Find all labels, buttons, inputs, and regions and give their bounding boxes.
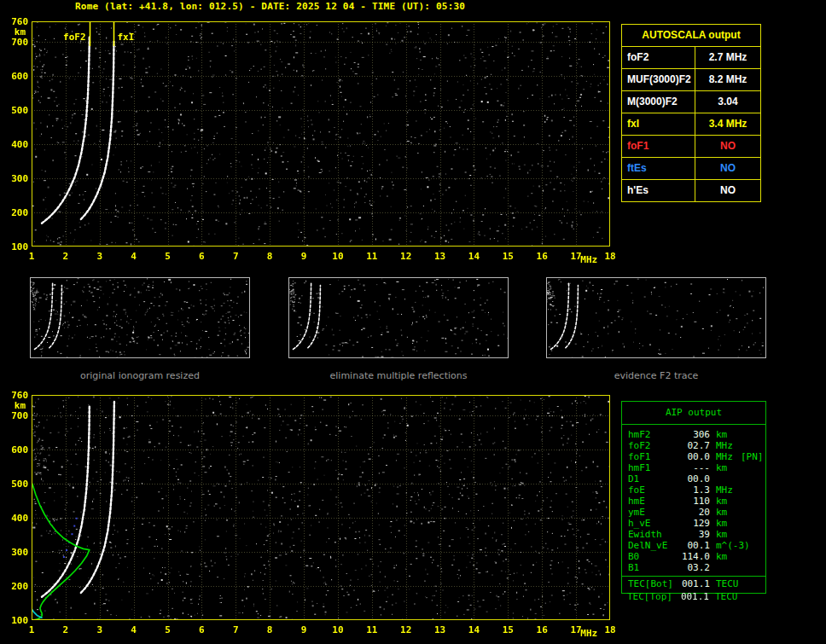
autoscala-row-ftes: ftEsNO [622, 158, 760, 180]
aip-row-b1: B103.2 [622, 562, 765, 573]
aip-row-d1: D100.0 [622, 473, 765, 484]
parameter-name: M(3000)F2 [622, 91, 695, 113]
parameter-name: foF1 [628, 451, 679, 462]
parameter-unit: TECU [715, 591, 738, 602]
parameter-name: h'Es [622, 180, 695, 201]
parameter-name: ftEs [622, 158, 695, 179]
page-title: Rome (lat: +41.8, lon: 012.5) - DATE: 20… [75, 1, 465, 12]
parameter-value: 39 [679, 529, 710, 540]
parameter-name: foF1 [622, 136, 695, 157]
parameter-value: 00.0 [679, 451, 710, 462]
main-ionogram-plot [0, 14, 623, 274]
parameter-name: TEC[Bot] [628, 578, 679, 589]
parameter-name: ymE [628, 507, 679, 518]
parameter-value: 20 [679, 507, 710, 518]
parameter-value: 3.4 MHz [695, 113, 760, 135]
aip-table-title: AIP output [622, 402, 765, 425]
parameter-value: 114.0 [679, 551, 710, 562]
parameter-name: B0 [628, 551, 679, 562]
aip-row-hme: hmE110km [622, 496, 765, 507]
autoscala-row-fof1: foF1NO [622, 136, 760, 158]
autoscala-output-table: AUTOSCALA output foF22.7 MHzMUF(3000)F28… [621, 24, 761, 202]
profile-ionogram-plot [0, 388, 623, 644]
parameter-value: NO [695, 136, 760, 157]
parameter-name: DelN_vE [628, 540, 679, 551]
parameter-unit: TECU [716, 578, 739, 589]
aip-row-fof2: foF202.7MHz [622, 440, 765, 451]
aip-row-foe: foE1.3MHz [622, 484, 765, 496]
aip-row-hmf2: hmF2306km [622, 429, 765, 440]
aip-row-yme: ymE20km [622, 507, 765, 518]
aip-row-tec-top: TEC[Top]001.1TECU [621, 591, 766, 602]
thumbnail-evidence-f2-trace [546, 277, 766, 358]
parameter-value: 001.1 [679, 578, 710, 589]
parameter-value: 2.7 MHz [695, 47, 760, 68]
aip-row-h-ve: h_vE129km [622, 518, 765, 529]
autoscala-table-title: AUTOSCALA output [622, 25, 760, 47]
aip-row-ewidth: Ewidth39km [622, 529, 765, 540]
parameter-value: 1.3 [679, 484, 710, 496]
parameter-name: foF2 [622, 47, 695, 68]
parameter-value: 00.0 [679, 473, 710, 484]
parameter-name: B1 [628, 562, 679, 573]
autoscala-row-h-es: h'EsNO [622, 180, 760, 201]
parameter-name: foE [628, 484, 679, 496]
parameter-unit: km [716, 518, 727, 529]
parameter-name: hmF1 [628, 462, 679, 473]
autoscala-row-fof2: foF22.7 MHz [622, 47, 760, 69]
parameter-name: fxI [622, 113, 695, 135]
parameter-value: --- [679, 462, 710, 473]
parameter-value: 306 [679, 429, 710, 440]
autoscala-row-muf-3000-f2: MUF(3000)F28.2 MHz [622, 69, 760, 91]
parameter-name: Ewidth [628, 529, 679, 540]
parameter-value: 03.2 [679, 562, 710, 573]
aip-row-deln-ve: DelN_vE00.1m^(-3) [622, 540, 765, 551]
parameter-value: NO [695, 158, 760, 179]
parameter-unit: MHz [716, 451, 733, 462]
parameter-unit: km [716, 551, 727, 562]
thumbnail-caption: eliminate multiple reflections [288, 370, 509, 381]
aip-row-tec-bot: TEC[Bot]001.1TECU [622, 576, 765, 591]
parameter-unit: km [716, 429, 727, 440]
thumbnail-caption: original ionogram resized [30, 370, 250, 381]
aip-row-hmf1: hmF1---km [622, 462, 765, 473]
parameter-name: MUF(3000)F2 [622, 69, 695, 90]
parameter-name: TEC[Top] [627, 591, 678, 602]
parameter-unit: MHz [716, 440, 733, 451]
parameter-unit: km [716, 496, 727, 507]
parameter-value: 02.7 [679, 440, 710, 451]
aip-table-outside-rows: TEC[Top]001.1TECU [621, 591, 766, 602]
thumbnail-caption: evidence F2 trace [546, 370, 766, 381]
parameter-value: 129 [679, 518, 710, 529]
parameter-name: hmE [628, 496, 679, 507]
autoscala-row-fxi: fxI3.4 MHz [622, 113, 760, 136]
parameter-name: hmF2 [628, 429, 679, 440]
parameter-unit: km [716, 529, 727, 540]
parameter-value: 001.1 [678, 591, 709, 602]
autoscala-row-m-3000-f2: M(3000)F23.04 [622, 91, 760, 113]
aip-table-rows: hmF2306kmfoF202.7MHzfoF100.0MHz[PN]hmF1-… [622, 425, 765, 593]
parameter-flag: [PN] [741, 451, 764, 462]
parameter-value: 3.04 [695, 91, 760, 113]
autoscala-table-rows: foF22.7 MHzMUF(3000)F28.2 MHzM(3000)F23.… [622, 47, 760, 201]
aip-output-table: AIP output hmF2306kmfoF202.7MHzfoF100.0M… [621, 401, 766, 594]
parameter-unit: km [716, 462, 727, 473]
parameter-unit: km [716, 507, 727, 518]
autoscala-screen: Rome (lat: +41.8, lon: 012.5) - DATE: 20… [0, 0, 826, 644]
thumbnail-eliminate-reflections [288, 277, 509, 358]
parameter-unit: m^(-3) [716, 540, 750, 551]
parameter-unit: MHz [716, 484, 733, 496]
parameter-name: foF2 [628, 440, 679, 451]
parameter-value: 8.2 MHz [695, 69, 760, 90]
parameter-value: 110 [679, 496, 710, 507]
parameter-name: h_vE [628, 518, 679, 529]
aip-row-fof1: foF100.0MHz[PN] [622, 451, 765, 462]
aip-row-b0: B0114.0km [622, 551, 765, 562]
parameter-value: 00.1 [679, 540, 710, 551]
parameter-name: D1 [628, 473, 679, 484]
thumbnail-original-ionogram [30, 277, 250, 358]
parameter-value: NO [695, 180, 760, 201]
